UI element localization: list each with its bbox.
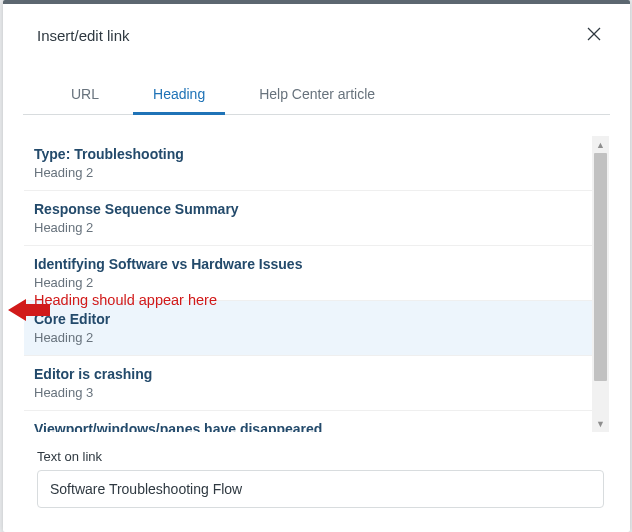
- list-item[interactable]: Response Sequence Summary Heading 2: [24, 191, 592, 246]
- heading-level: Heading 3: [34, 385, 582, 400]
- list-item[interactable]: Type: Troubleshooting Heading 2: [24, 136, 592, 191]
- text-on-link-label: Text on link: [37, 449, 604, 464]
- heading-title: Identifying Software vs Hardware Issues: [34, 256, 582, 272]
- tab-url[interactable]: URL: [51, 76, 119, 115]
- list-item[interactable]: Editor is crashing Heading 3: [24, 356, 592, 411]
- scroll-up-icon[interactable]: ▲: [592, 136, 609, 153]
- heading-title: Editor is crashing: [34, 366, 582, 382]
- heading-title: Viewport/windows/panes have disappeared: [34, 421, 582, 432]
- tab-help-center-article[interactable]: Help Center article: [239, 76, 395, 115]
- scrollbar-thumb[interactable]: [594, 153, 607, 381]
- scrollbar[interactable]: ▲ ▼: [592, 136, 609, 432]
- heading-level: Heading 2: [34, 165, 582, 180]
- insert-link-modal: Insert/edit link URL Heading Help Center…: [3, 0, 630, 532]
- heading-level: Heading 2: [34, 330, 582, 345]
- text-on-link-input[interactable]: [37, 470, 604, 508]
- heading-title: Type: Troubleshooting: [34, 146, 582, 162]
- tabs: URL Heading Help Center article: [23, 76, 610, 115]
- heading-title: Core Editor: [34, 311, 582, 327]
- heading-list: Type: Troubleshooting Heading 2 Response…: [23, 135, 610, 433]
- heading-level: Heading 2: [34, 275, 582, 290]
- heading-title: Response Sequence Summary: [34, 201, 582, 217]
- tab-heading[interactable]: Heading: [133, 76, 225, 115]
- list-item[interactable]: Viewport/windows/panes have disappeared: [24, 411, 592, 432]
- list-item[interactable]: Identifying Software vs Hardware Issues …: [24, 246, 592, 301]
- close-icon[interactable]: [586, 26, 604, 44]
- scroll-down-icon[interactable]: ▼: [592, 415, 609, 432]
- heading-level: Heading 2: [34, 220, 582, 235]
- modal-header: Insert/edit link: [3, 4, 630, 58]
- list-item[interactable]: Core Editor Heading 2: [24, 301, 592, 356]
- modal-title: Insert/edit link: [37, 27, 130, 44]
